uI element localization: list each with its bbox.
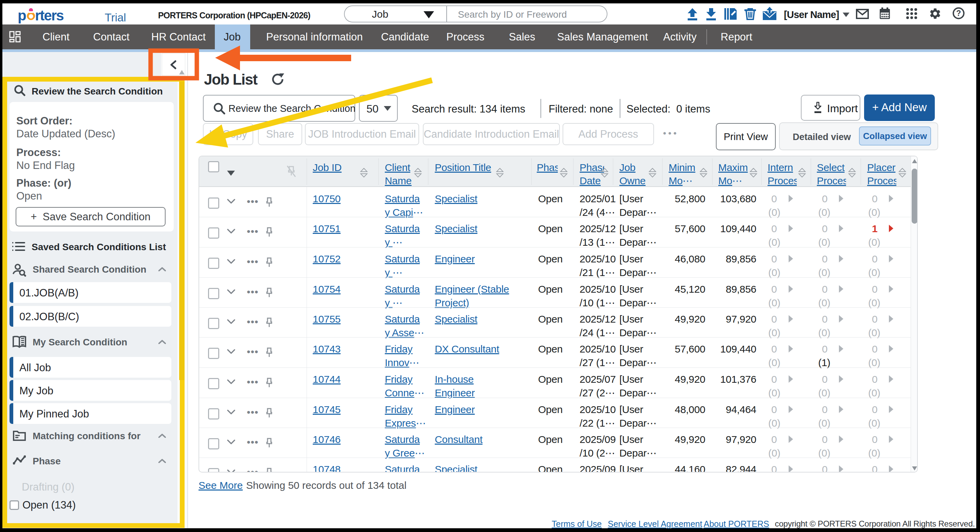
- svg-text:rters: rters: [35, 8, 64, 24]
- svg-text:p: p: [18, 8, 26, 24]
- svg-text:?: ?: [956, 9, 961, 18]
